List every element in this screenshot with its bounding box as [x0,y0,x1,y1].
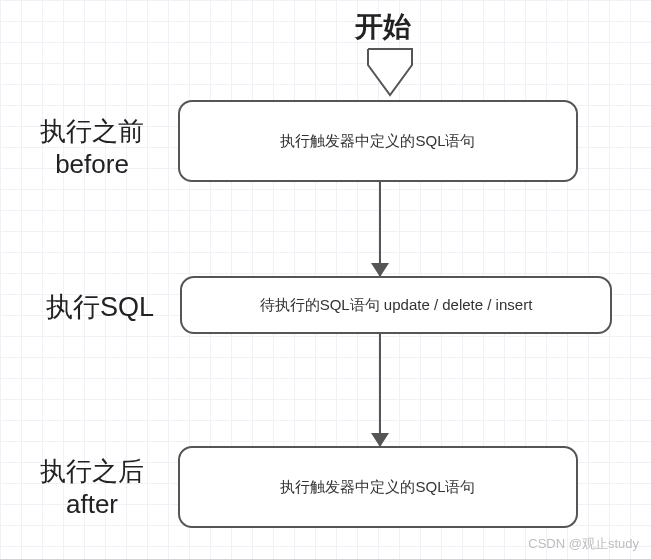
node-before-text: 执行触发器中定义的SQL语句 [280,132,475,151]
node-before: 执行触发器中定义的SQL语句 [178,100,578,182]
svg-marker-1 [371,433,389,447]
connector-1 [379,182,381,276]
watermark: CSDN @观止study [528,535,639,553]
svg-marker-0 [371,263,389,277]
side-label-before: 执行之前 before [22,115,162,180]
node-exec-text: 待执行的SQL语句 update / delete / insert [260,296,533,315]
diagram-canvas: 开始 执行之前 before 执行SQL 执行之后 after 执行触发器中定义… [0,0,651,559]
side-label-after-line1: 执行之后 [22,455,162,488]
arrowhead-1-icon [371,263,389,277]
side-label-after: 执行之后 after [22,455,162,520]
side-label-before-line1: 执行之前 [22,115,162,148]
start-arrow-icon [362,45,418,101]
start-label: 开始 [355,8,411,46]
side-label-after-line2: after [22,488,162,521]
side-label-exec: 执行SQL [30,291,170,325]
side-label-before-line2: before [22,148,162,181]
arrowhead-2-icon [371,433,389,447]
node-after-text: 执行触发器中定义的SQL语句 [280,478,475,497]
node-exec: 待执行的SQL语句 update / delete / insert [180,276,612,334]
connector-2 [379,334,381,446]
side-label-exec-line1: 执行SQL [30,291,170,325]
node-after: 执行触发器中定义的SQL语句 [178,446,578,528]
